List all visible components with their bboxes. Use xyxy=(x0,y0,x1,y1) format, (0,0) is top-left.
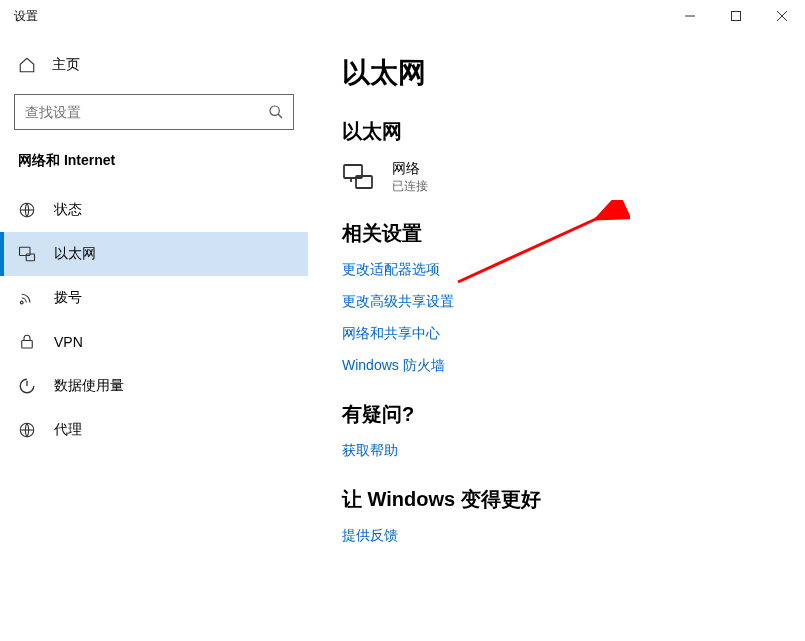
proxy-icon xyxy=(18,421,36,439)
sidebar-item-label: 以太网 xyxy=(54,245,96,263)
sidebar-item-label: 代理 xyxy=(54,421,82,439)
data-usage-icon xyxy=(18,377,36,395)
search-input[interactable] xyxy=(15,104,259,120)
titlebar: 设置 xyxy=(0,0,805,32)
svg-rect-1 xyxy=(732,12,741,21)
sidebar-item-datausage[interactable]: 数据使用量 xyxy=(0,364,308,408)
sidebar-item-dialup[interactable]: 拨号 xyxy=(0,276,308,320)
window-title: 设置 xyxy=(0,8,38,25)
dialup-icon xyxy=(18,289,36,307)
main-content: 以太网 以太网 网络 已连接 相关设置 更改适配器选项 更改高级共享设置 xyxy=(308,32,805,641)
sidebar-category: 网络和 Internet xyxy=(18,152,308,170)
link-advanced-sharing[interactable]: 更改高级共享设置 xyxy=(342,293,765,311)
svg-point-10 xyxy=(20,301,23,304)
network-icon xyxy=(342,161,374,193)
link-network-sharing-center[interactable]: 网络和共享中心 xyxy=(342,325,765,343)
network-connection-status: 已连接 xyxy=(392,178,428,194)
sidebar-item-ethernet[interactable]: 以太网 xyxy=(0,232,308,276)
home-icon xyxy=(18,56,36,74)
maximize-icon xyxy=(731,11,741,21)
section-related: 相关设置 xyxy=(342,220,765,247)
sidebar-item-label: 数据使用量 xyxy=(54,377,124,395)
link-get-help[interactable]: 获取帮助 xyxy=(342,442,765,460)
sidebar-item-vpn[interactable]: VPN xyxy=(0,320,308,364)
home-button[interactable]: 主页 xyxy=(0,50,308,80)
sidebar-item-status[interactable]: 状态 xyxy=(0,188,308,232)
sidebar-item-label: 状态 xyxy=(54,201,82,219)
link-windows-firewall[interactable]: Windows 防火墙 xyxy=(342,357,765,375)
svg-line-5 xyxy=(278,114,282,118)
window-controls xyxy=(667,0,805,32)
close-icon xyxy=(777,11,787,21)
ethernet-icon xyxy=(18,245,36,263)
settings-window: 设置 主页 xyxy=(0,0,805,641)
close-button[interactable] xyxy=(759,0,805,32)
sidebar-item-label: VPN xyxy=(54,334,83,350)
section-improve: 让 Windows 变得更好 xyxy=(342,486,765,513)
sidebar-item-proxy[interactable]: 代理 xyxy=(0,408,308,452)
network-name: 网络 xyxy=(392,159,428,178)
home-label: 主页 xyxy=(52,56,80,74)
link-adapter-options[interactable]: 更改适配器选项 xyxy=(342,261,765,279)
search-icon xyxy=(259,95,293,129)
svg-point-4 xyxy=(270,106,279,115)
link-feedback[interactable]: 提供反馈 xyxy=(342,527,765,545)
network-status-item[interactable]: 网络 已连接 xyxy=(342,159,765,194)
sidebar: 主页 网络和 Internet 状态 xyxy=(0,32,308,641)
maximize-button[interactable] xyxy=(713,0,759,32)
section-ethernet: 以太网 xyxy=(342,118,765,145)
page-title: 以太网 xyxy=(342,54,765,92)
svg-rect-11 xyxy=(22,341,33,349)
search-box[interactable] xyxy=(14,94,294,130)
minimize-icon xyxy=(685,11,695,21)
vpn-icon xyxy=(18,333,36,351)
sidebar-item-label: 拨号 xyxy=(54,289,82,307)
status-icon xyxy=(18,201,36,219)
section-question: 有疑问? xyxy=(342,401,765,428)
minimize-button[interactable] xyxy=(667,0,713,32)
